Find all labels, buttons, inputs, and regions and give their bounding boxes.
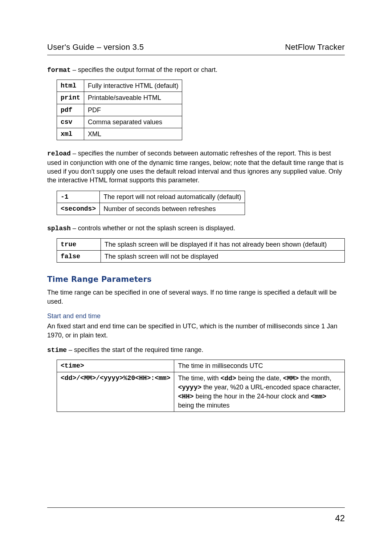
table-row: pdfPDF bbox=[57, 104, 182, 116]
header-right: NetFlow Tracker bbox=[285, 42, 345, 53]
subheading-start-end: Start and end time bbox=[47, 312, 345, 320]
format-key: html bbox=[57, 80, 84, 92]
reload-val: Number of seconds between refreshes bbox=[100, 203, 245, 215]
table-row: xmlXML bbox=[57, 128, 182, 140]
table-row: -1The report will not reload automatical… bbox=[57, 191, 245, 203]
param-reload-desc: – specifies the number of seconds betwee… bbox=[47, 150, 344, 184]
splash-val: The splash screen will be displayed if i… bbox=[101, 238, 345, 250]
param-splash-line: splash – controls whether or not the spl… bbox=[47, 224, 345, 233]
reload-val: The report will not reload automatically… bbox=[100, 191, 245, 203]
format-key: print bbox=[57, 92, 84, 104]
param-splash-name: splash bbox=[47, 225, 71, 232]
stime-table: <time> The time in milliseconds UTC <dd>… bbox=[57, 360, 345, 412]
header-rule bbox=[47, 55, 345, 55]
format-table: htmlFully interactive HTML (default) pri… bbox=[57, 80, 182, 140]
param-reload-line: reload – specifies the number of seconds… bbox=[47, 149, 345, 185]
table-row: csvComma separated values bbox=[57, 116, 182, 128]
splash-val: The splash screen will not be displayed bbox=[101, 250, 345, 262]
header-left: User's Guide – version 3.5 bbox=[47, 42, 144, 53]
stime-val: The time in milliseconds UTC bbox=[174, 360, 345, 372]
reload-key: -1 bbox=[57, 191, 100, 203]
format-key: csv bbox=[57, 116, 84, 128]
time-range-intro: The time range can be specified in one o… bbox=[47, 288, 345, 306]
start-end-body: An fixed start and end time can be speci… bbox=[47, 322, 345, 340]
param-format-line: format – specifies the output format of … bbox=[47, 65, 345, 74]
param-splash-desc: – controls whether or not the splash scr… bbox=[71, 224, 235, 232]
table-row: <seconds>Number of seconds between refre… bbox=[57, 203, 245, 215]
format-val: PDF bbox=[84, 104, 182, 116]
param-stime-name: stime bbox=[47, 347, 67, 354]
footer-rule bbox=[47, 507, 345, 508]
format-key: pdf bbox=[57, 104, 84, 116]
param-stime-line: stime – specifies the start of the requi… bbox=[47, 345, 345, 355]
table-row: htmlFully interactive HTML (default) bbox=[57, 80, 182, 92]
param-format-desc: – specifies the output format of the rep… bbox=[71, 66, 217, 73]
page-number: 42 bbox=[335, 513, 345, 524]
page-header: User's Guide – version 3.5 NetFlow Track… bbox=[47, 42, 345, 53]
format-val: Fully interactive HTML (default) bbox=[84, 80, 182, 92]
table-row: printPrintable/saveable HTML bbox=[57, 92, 182, 104]
table-row: <time> The time in milliseconds UTC bbox=[57, 360, 345, 372]
format-val: XML bbox=[84, 128, 182, 140]
param-format-name: format bbox=[47, 66, 71, 74]
splash-key: true bbox=[57, 238, 101, 250]
format-key: xml bbox=[57, 128, 84, 140]
param-reload-name: reload bbox=[47, 150, 71, 157]
stime-key: <time> bbox=[57, 360, 174, 372]
param-stime-desc: – specifies the start of the required ti… bbox=[67, 346, 203, 353]
stime-key: <dd>/<MM>/<yyyy>%20<HH>:<mm> bbox=[57, 372, 174, 412]
document-page: User's Guide – version 3.5 NetFlow Track… bbox=[0, 0, 392, 555]
stime-val: The time, with <dd> being the date, <MM>… bbox=[174, 372, 345, 412]
splash-key: false bbox=[57, 250, 101, 262]
table-row: <dd>/<MM>/<yyyy>%20<HH>:<mm> The time, w… bbox=[57, 372, 345, 412]
table-row: trueThe splash screen will be displayed … bbox=[57, 238, 345, 250]
reload-key: <seconds> bbox=[57, 203, 100, 215]
reload-table: -1The report will not reload automatical… bbox=[57, 191, 245, 215]
section-heading-time-range: Time Range Parameters bbox=[47, 274, 345, 284]
table-row: falseThe splash screen will not be displ… bbox=[57, 250, 345, 262]
splash-table: trueThe splash screen will be displayed … bbox=[57, 238, 345, 263]
format-val: Printable/saveable HTML bbox=[84, 92, 182, 104]
format-val: Comma separated values bbox=[84, 116, 182, 128]
